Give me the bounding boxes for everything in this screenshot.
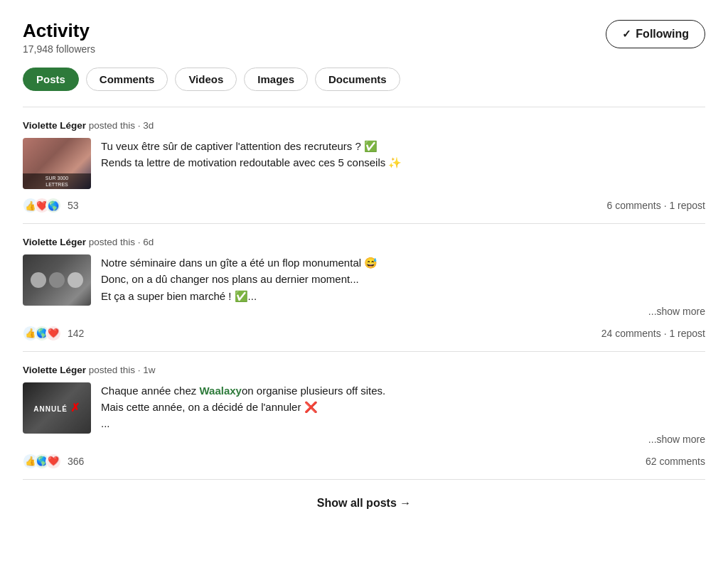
post-action: posted this ·	[89, 120, 144, 131]
post-item: Violette Léger posted this · 1w ANNULÉ ✗…	[23, 352, 705, 480]
reposts-count[interactable]: 1 repost	[669, 200, 705, 211]
reaction-heart-icon: ❤️	[46, 453, 61, 469]
post-body: ANNULÉ ✗ Chaque année chez Waalaxyon org…	[23, 382, 705, 445]
reaction-globe-icon: 🌎	[46, 198, 61, 213]
filter-tabs: Posts Comments Videos Images Documents	[23, 68, 705, 91]
annule-x-icon: ✗	[70, 402, 80, 414]
post-content: Notre séminaire dans un gîte a été un fl…	[101, 254, 705, 317]
comments-count[interactable]: 24 comments	[601, 328, 661, 339]
check-icon: ✓	[622, 28, 631, 41]
tab-videos[interactable]: Videos	[175, 68, 237, 91]
post-text-line1: Tu veux être sûr de captiver l'attention…	[101, 138, 705, 154]
title-block: Activity 17,948 followers	[23, 20, 95, 55]
post-text-line3: ...	[101, 415, 705, 431]
tab-comments[interactable]: Comments	[86, 68, 168, 91]
post-stats: 6 comments · 1 repost	[606, 200, 705, 211]
post-thumbnail: SUR 3000 LETTRES	[23, 138, 91, 189]
post-item: Violette Léger posted this · 3d SUR 3000…	[23, 107, 705, 224]
post-text-line2: Donc, on a dû changer nos plans au derni…	[101, 271, 705, 287]
post-text: Notre séminaire dans un gîte a été un fl…	[101, 254, 705, 304]
post-footer: 👍 ❤️ 🌎 53 6 comments · 1 repost	[23, 198, 705, 213]
post-meta: Violette Léger posted this · 1w	[23, 365, 705, 375]
reaction-count: 142	[68, 328, 84, 339]
post-content: Chaque année chez Waalaxyon organise plu…	[101, 382, 705, 445]
tab-images[interactable]: Images	[244, 68, 308, 91]
tab-posts[interactable]: Posts	[23, 68, 79, 91]
post-text: Tu veux être sûr de captiver l'attention…	[101, 138, 705, 171]
text-prefix: Chaque année chez	[101, 385, 199, 397]
thumbnail-annule-label: ANNULÉ ✗	[33, 400, 80, 416]
post-author[interactable]: Violette Léger	[23, 237, 86, 247]
reactions: 👍 🌎 ❤️ 366	[23, 453, 84, 469]
post-stats: 62 comments	[646, 456, 705, 467]
thumbnail-label: SUR 3000 LETTRES	[23, 173, 91, 189]
following-button[interactable]: ✓ Following	[606, 20, 705, 48]
show-all-posts-button[interactable]: Show all posts →	[23, 480, 705, 515]
reposts-count[interactable]: 1 repost	[669, 328, 705, 339]
followers-count: 17,948 followers	[23, 43, 95, 55]
post-text: Chaque année chez Waalaxyon organise plu…	[101, 382, 705, 432]
post-meta: Violette Léger posted this · 3d	[23, 120, 705, 131]
post-text-line1: Chaque année chez Waalaxyon organise plu…	[101, 382, 705, 399]
following-label: Following	[636, 28, 689, 41]
post-footer: 👍 🌎 ❤️ 142 24 comments · 1 repost	[23, 326, 705, 341]
post-action: posted this ·	[89, 237, 144, 247]
post-text-line1: Notre séminaire dans un gîte a été un fl…	[101, 254, 705, 271]
post-body: SUR 3000 LETTRES Tu veux être sûr de cap…	[23, 138, 705, 189]
comments-count[interactable]: 6 comments	[606, 200, 660, 211]
reactions: 👍 ❤️ 🌎 53	[23, 198, 79, 213]
comments-count[interactable]: 62 comments	[646, 456, 705, 467]
post-body: Notre séminaire dans un gîte a été un fl…	[23, 254, 705, 317]
post-thumbnail: ANNULÉ ✗	[23, 382, 91, 434]
reaction-count: 366	[68, 456, 84, 467]
post-item: Violette Léger posted this · 6d Notre sé…	[23, 224, 705, 352]
post-content: Tu veux être sûr de captiver l'attention…	[101, 138, 705, 171]
post-stats: 24 comments · 1 repost	[601, 328, 705, 339]
post-text-line3: Et ça a super bien marché ! ✅...	[101, 288, 705, 304]
tab-documents[interactable]: Documents	[315, 68, 400, 91]
reaction-icons: 👍 🌎 ❤️	[23, 326, 61, 341]
text-suffix: on organise plusieurs off sites.	[242, 385, 385, 397]
post-text-line2: Rends ta lettre de motivation redoutable…	[101, 154, 705, 171]
post-author[interactable]: Violette Léger	[23, 365, 86, 375]
post-time: 1w	[143, 365, 155, 375]
waalaxy-link[interactable]: Waalaxy	[199, 385, 241, 397]
post-footer: 👍 🌎 ❤️ 366 62 comments	[23, 453, 705, 469]
reaction-count: 53	[68, 200, 79, 211]
post-time: 3d	[143, 120, 154, 131]
reaction-icons: 👍 🌎 ❤️	[23, 453, 61, 469]
post-time: 6d	[143, 237, 154, 247]
header-row: Activity 17,948 followers ✓ Following	[23, 20, 705, 55]
reaction-heart-icon: ❤️	[46, 326, 61, 341]
post-meta: Violette Léger posted this · 6d	[23, 237, 705, 247]
page-title: Activity	[23, 20, 95, 42]
post-text-line2: Mais cette année, on a décidé de l'annul…	[101, 399, 705, 415]
post-action: posted this ·	[89, 365, 144, 375]
post-author[interactable]: Violette Léger	[23, 120, 86, 131]
show-more-button[interactable]: ...show more	[648, 306, 705, 317]
post-thumbnail	[23, 254, 91, 306]
show-more-button[interactable]: ...show more	[648, 434, 705, 445]
reactions: 👍 🌎 ❤️ 142	[23, 326, 84, 341]
reaction-icons: 👍 ❤️ 🌎	[23, 198, 61, 213]
